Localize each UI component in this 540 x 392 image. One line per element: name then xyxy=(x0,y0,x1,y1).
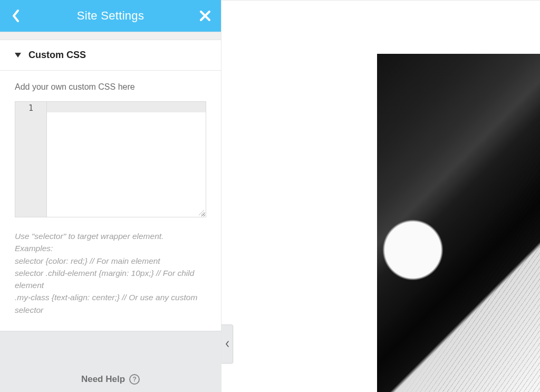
section-toggle-custom-css[interactable]: Custom CSS xyxy=(0,40,221,71)
need-help-label: Need Help xyxy=(81,374,125,385)
hint-line: Use "selector" to target wrapper element… xyxy=(15,230,206,242)
back-button[interactable] xyxy=(0,0,32,32)
svg-marker-2 xyxy=(15,53,21,58)
app-root: Site Settings Custom CSS Add your own cu… xyxy=(0,0,540,392)
canvas-divider xyxy=(221,0,540,1)
hint-line: .my-class {text-align: center;} // Or us… xyxy=(15,291,206,316)
chevron-left-icon xyxy=(11,8,21,23)
section-body-custom-css: Add your own custom CSS here 1 Use "sele… xyxy=(0,71,221,331)
css-textarea[interactable] xyxy=(47,102,206,217)
sidebar-collapse-handle[interactable] xyxy=(221,324,233,364)
section-description: Add your own custom CSS here xyxy=(15,82,206,92)
code-area xyxy=(47,102,206,217)
hint-line: Examples: xyxy=(15,242,206,254)
gutter-line-number: 1 xyxy=(15,103,46,113)
hint-line: selector .child-element {margin: 10px;} … xyxy=(15,267,206,292)
sidebar-title: Site Settings xyxy=(77,9,144,23)
preview-image xyxy=(377,54,540,392)
chevron-left-icon xyxy=(225,340,229,348)
settings-sidebar: Site Settings Custom CSS Add your own cu… xyxy=(0,0,221,392)
code-gutter: 1 xyxy=(15,102,47,217)
need-help-button[interactable]: Need Help ? xyxy=(81,374,140,385)
sidebar-header: Site Settings xyxy=(0,0,221,32)
section-title: Custom CSS xyxy=(28,50,86,61)
css-code-editor[interactable]: 1 xyxy=(15,101,206,217)
caret-down-icon xyxy=(15,51,21,60)
close-button[interactable] xyxy=(189,0,221,32)
hint-line: selector {color: red;} // For main eleme… xyxy=(15,255,206,267)
css-hint-text: Use "selector" to target wrapper element… xyxy=(15,230,206,316)
help-icon: ? xyxy=(129,374,140,385)
sidebar-spacer xyxy=(0,331,221,345)
sidebar-footer: Need Help ? xyxy=(0,345,221,392)
close-icon xyxy=(199,10,211,22)
sidebar-strip xyxy=(0,32,221,40)
preview-canvas xyxy=(221,0,540,392)
